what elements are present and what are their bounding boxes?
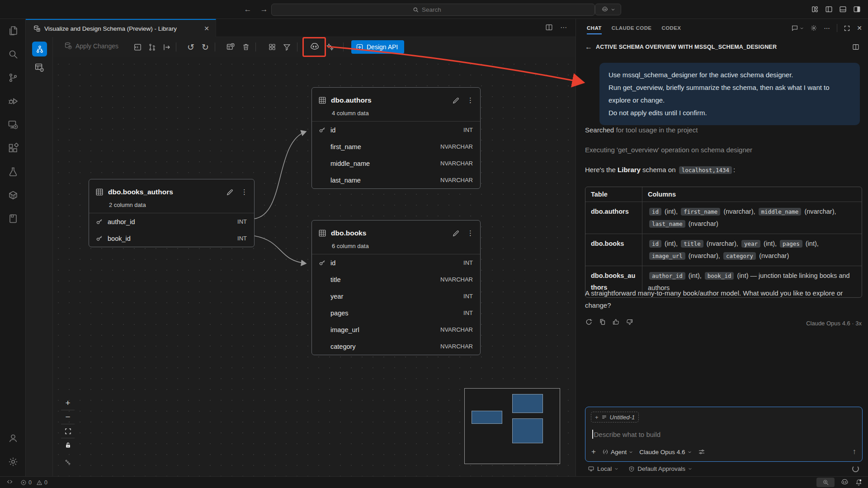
command-center-search[interactable] [271, 4, 595, 16]
column-type: INT [463, 127, 473, 133]
testing-icon[interactable] [0, 160, 26, 183]
table-node-books[interactable]: dbo.books ⋮ 6 column data id INT title N… [311, 220, 481, 355]
settings-gear-icon[interactable] [0, 450, 26, 474]
database-projects-icon[interactable] [0, 207, 26, 230]
remote-indicator-icon[interactable] [6, 479, 13, 486]
column-row[interactable]: image_url NVARCHAR [312, 321, 480, 338]
remote-explorer-icon[interactable] [0, 113, 26, 136]
back-icon[interactable]: ← [585, 43, 592, 51]
close-panel-icon[interactable]: ✕ [857, 24, 862, 32]
maximize-panel-icon[interactable] [844, 25, 850, 32]
notifications-bell-icon[interactable] [855, 479, 863, 486]
column-row[interactable]: last_name NVARCHAR [312, 172, 480, 188]
schema-canvas[interactable]: Apply Changes ↺ ↻ [53, 37, 576, 476]
copilot-status-icon[interactable] [840, 478, 849, 487]
column-row[interactable]: first_name NVARCHAR [312, 138, 480, 155]
schema-diagram-view-button[interactable] [32, 42, 47, 56]
edge-booksauthors-books[interactable] [255, 236, 306, 263]
tool-step-executing[interactable]: Executing 'get_overview' operation on sc… [585, 146, 752, 154]
model-picker[interactable]: Claude Opus 4.6 [639, 449, 691, 455]
table-node-authors[interactable]: dbo.authors ⋮ 4 column data id INT first… [311, 87, 481, 189]
column-row[interactable]: middle_name NVARCHAR [312, 155, 480, 172]
minimap[interactable] [464, 388, 560, 464]
run-debug-icon[interactable] [0, 89, 26, 113]
environment-picker[interactable]: Local [588, 465, 618, 472]
user-message-bubble[interactable]: Use mssql_schema_designer for the active… [599, 63, 860, 125]
activity-bar [0, 19, 26, 476]
column-row[interactable]: year INT [312, 288, 480, 305]
table-name-cell: dbo.authors [585, 202, 642, 234]
mode-label: Agent [611, 449, 627, 455]
attach-icon[interactable]: + [591, 447, 596, 456]
chat-more-actions-icon[interactable]: ⋯ [824, 24, 830, 32]
table-name: dbo.authors [331, 96, 448, 104]
edge-booksauthors-authors[interactable] [255, 131, 306, 219]
tab-codex[interactable]: CODEX [661, 19, 681, 37]
copilot-menu-button[interactable] [595, 4, 621, 15]
search-icon[interactable] [0, 42, 26, 66]
regenerate-icon[interactable] [585, 318, 593, 326]
table-menu-icon[interactable]: ⋮ [241, 188, 248, 196]
containers-icon[interactable] [0, 183, 26, 207]
file-list-icon [601, 414, 607, 420]
search-input[interactable] [422, 6, 453, 13]
source-control-icon[interactable] [0, 66, 26, 89]
toggle-primary-sidebar-icon[interactable] [825, 5, 833, 13]
table-node-books-authors[interactable]: dbo.books_authors ⋮ 2 column data author… [89, 179, 255, 247]
context-chip[interactable]: + Untitled-1 [591, 412, 639, 422]
lock-canvas-button[interactable] [61, 438, 75, 452]
tools-sliders-icon[interactable] [698, 448, 705, 455]
zoom-out-button[interactable]: − [61, 410, 75, 424]
tab-claude-code[interactable]: CLAUDE CODE [612, 19, 652, 37]
explorer-icon[interactable] [0, 19, 26, 42]
column-row[interactable]: category NVARCHAR [312, 338, 480, 355]
column-row[interactable]: pages INT [312, 305, 480, 321]
table-menu-icon[interactable]: ⋮ [467, 229, 474, 237]
toggle-secondary-sidebar-icon[interactable] [853, 5, 861, 13]
context-file-name: Untitled-1 [610, 414, 635, 421]
toggle-panel-icon[interactable] [839, 5, 847, 13]
tab-chat[interactable]: CHAT [587, 19, 602, 37]
accounts-icon[interactable] [0, 427, 26, 450]
copy-icon[interactable] [599, 318, 606, 326]
problems-indicator[interactable]: 0 0 [20, 479, 47, 486]
new-chat-dropdown[interactable] [791, 24, 804, 32]
tool-step-searched[interactable]: Searched for tool usage in the project [585, 126, 698, 134]
column-row[interactable]: id INT [312, 122, 480, 138]
column-row[interactable]: book_id INT [89, 230, 254, 247]
fit-view-button[interactable] [61, 424, 75, 438]
edit-table-icon[interactable] [452, 97, 460, 104]
thumbs-up-icon[interactable] [612, 318, 620, 326]
zoom-in-button[interactable]: + [61, 396, 75, 410]
column-name: year [330, 293, 459, 300]
chat-input-placeholder[interactable]: Describe what to build [594, 431, 661, 438]
mode-picker[interactable]: Agent [602, 449, 633, 455]
send-icon[interactable]: ↑ [853, 447, 857, 456]
thumbs-down-icon[interactable] [626, 318, 633, 326]
nav-forward-icon[interactable]: → [259, 4, 269, 15]
split-editor-icon[interactable] [545, 23, 553, 31]
zoom-control-chip[interactable] [816, 478, 835, 487]
table-definition-view-button[interactable] [34, 62, 44, 72]
column-row[interactable]: author_id INT [89, 213, 254, 230]
tab-schema-designer[interactable]: Visualize and Design Schema (Preview) - … [26, 19, 216, 37]
model-usage-label: Claude Opus 4.6 · 3x [806, 320, 862, 327]
editor-more-actions-icon[interactable]: ⋯ [560, 23, 567, 32]
customize-layout-icon[interactable] [811, 5, 819, 13]
column-row[interactable]: id INT [312, 254, 480, 271]
open-in-editor-icon[interactable] [852, 43, 859, 51]
edit-table-icon[interactable] [452, 230, 460, 237]
nav-back-icon[interactable]: ← [242, 4, 253, 15]
table-menu-icon[interactable]: ⋮ [467, 96, 474, 104]
chat-settings-gear-icon[interactable] [810, 24, 817, 32]
chevron-down-icon [800, 26, 804, 30]
annotation-highlight-box [302, 37, 326, 57]
tab-close-icon[interactable]: ✕ [204, 25, 209, 32]
auto-layout-button[interactable] [61, 455, 75, 469]
column-name: book_id [108, 235, 233, 242]
approvals-picker[interactable]: Default Approvals [628, 465, 692, 472]
chat-input-box[interactable]: + Untitled-1 Describe what to build + Ag… [585, 407, 863, 462]
extensions-icon[interactable] [0, 136, 26, 160]
edit-table-icon[interactable] [226, 188, 234, 196]
column-row[interactable]: title NVARCHAR [312, 271, 480, 288]
